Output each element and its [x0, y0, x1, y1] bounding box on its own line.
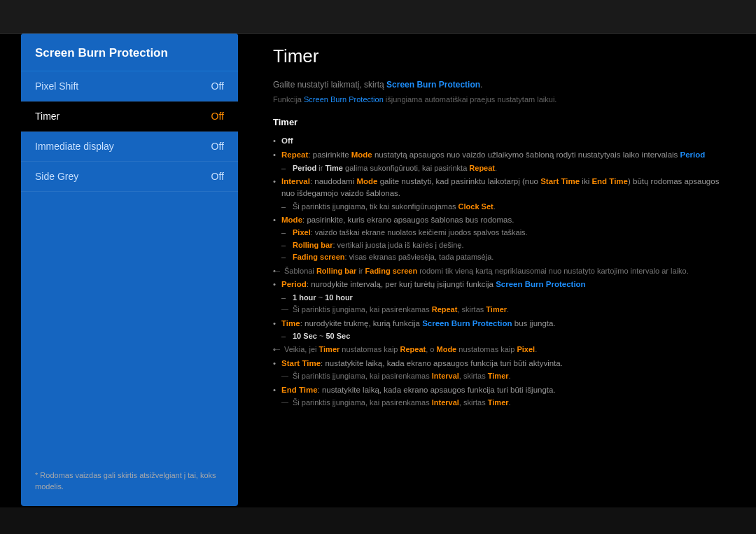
- sub-item-fading-screen: Fading screen: visas ekranas pašviesėja,…: [281, 251, 728, 263]
- content-title: Timer: [273, 42, 728, 70]
- intro2-plain: Funkcija: [273, 95, 304, 104]
- list-note-rolling: Šablonai Rolling bar ir Fading screen ro…: [273, 265, 728, 277]
- top-bar: [0, 0, 756, 34]
- menu-label: Pixel Shift: [35, 80, 78, 92]
- section-label: Timer: [273, 115, 728, 129]
- intro2-end: išjungiama automatiškai praejus nustatyt…: [384, 95, 557, 104]
- menu-item-pixel-shift[interactable]: Pixel Shift Off: [21, 71, 238, 101]
- list-item-start-time: Start Time: nustatykite laiką, kada ekra…: [273, 358, 728, 382]
- menu-item-side-grey[interactable]: Side Grey Off: [21, 162, 238, 192]
- intro-text-2: Funkcija Screen Burn Protection išjungia…: [273, 94, 728, 106]
- menu-item-immediate-display[interactable]: Immediate display Off: [21, 132, 238, 162]
- note-period-repeat: Ši parinktis įjungiama, kai pasirenkamas…: [281, 304, 728, 316]
- content-list: Off Repeat: pasirinkite Mode nustatytą a…: [273, 135, 728, 408]
- note-end-time: Ši parinktis įjungiama, kai pasirenkamas…: [281, 397, 728, 409]
- list-note-timer-pixel: Veikia, jei Timer nustatomas kaip Repeat…: [273, 344, 728, 356]
- list-item-mode: Mode: pasirinkite, kuris ekrano apsaugos…: [273, 214, 728, 263]
- sub-item-period-range: 1 hour ~ 10 hour: [281, 292, 728, 304]
- note-start-time: Ši parinktis įjungiama, kai pasirenkamas…: [281, 370, 728, 382]
- menu-value: Off: [211, 111, 224, 122]
- menu-label: Side Grey: [35, 171, 78, 182]
- menu-value: Off: [211, 171, 224, 182]
- menu-label: Timer: [35, 111, 59, 122]
- sub-item-interval-clock: Ši parinktis įjungiama, tik kai sukonfig…: [281, 201, 728, 213]
- list-item-off: Off: [273, 135, 728, 147]
- menu-item-timer[interactable]: Timer Off: [21, 101, 238, 132]
- menu-value: Off: [211, 80, 224, 92]
- intro1-end: .: [480, 80, 482, 90]
- sub-item-repeat-period: Period ir Time galima sukonfigūruoti, ka…: [281, 162, 728, 174]
- right-content: Timer Galite nustatyti laikmatį, skirtą …: [273, 42, 728, 506]
- left-panel: Screen Burn Protection Pixel Shift Off T…: [21, 34, 238, 506]
- list-item-end-time: End Time: nustatykite laiką, kada ekrano…: [273, 384, 728, 409]
- intro1-plain: Galite nustatyti laikmatį, skirtą: [273, 80, 386, 90]
- sub-item-time-range: 10 Sec ~ 50 Sec: [281, 330, 728, 342]
- intro-text-1: Galite nustatyti laikmatį, skirtą Screen…: [273, 78, 728, 92]
- panel-note: * Rodomas vaizdas gali skirtis atsižvelg…: [21, 470, 238, 492]
- menu-label: Immediate display: [35, 141, 114, 152]
- bottom-bar: [0, 507, 756, 534]
- list-item-period: Period: nurodykite intervalą, per kurį t…: [273, 279, 728, 315]
- panel-title: Screen Burn Protection: [21, 34, 238, 71]
- menu-value: Off: [211, 141, 224, 152]
- list-item-time: Time: nurodykite trukmę, kurią funkcija …: [273, 318, 728, 342]
- intro1-highlight: Screen Burn Protection: [386, 80, 480, 90]
- list-item-interval: Interval: naudodami Mode galite nustatyt…: [273, 176, 728, 212]
- list-item-repeat: Repeat: pasirinkite Mode nustatytą apsau…: [273, 149, 728, 174]
- intro2-highlight: Screen Burn Protection: [304, 95, 384, 104]
- sub-item-rolling-bar: Rolling bar: vertikali juosta juda iš ka…: [281, 239, 728, 251]
- sub-item-pixel: Pixel: vaizdo taškai ekrane nuolatos kei…: [281, 227, 728, 239]
